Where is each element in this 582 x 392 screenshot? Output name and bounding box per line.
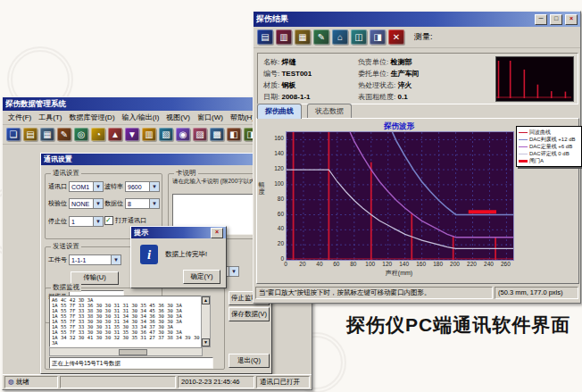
menu-item[interactable]: 帮助(H) (230, 113, 254, 122)
stopbits-combo[interactable]: 1▼ (69, 216, 104, 227)
legend-entry: DAC判废线 +12 dB (519, 136, 579, 143)
status-timestamp: 2010-2-23 21:45:46 (178, 376, 254, 388)
calibrate-icon[interactable]: ◧ (227, 128, 241, 141)
port-combo[interactable]: COM1▼ (69, 181, 104, 192)
comm-group-title: 通讯设置 (51, 169, 81, 178)
tab-strip: 探伤曲线 状态数据 (257, 104, 577, 118)
chevron-down-icon[interactable]: ▼ (93, 181, 104, 192)
chevron-down-icon[interactable]: ▼ (93, 198, 104, 209)
home-view-icon[interactable]: ⌂ (332, 29, 348, 45)
menu-item[interactable]: 窗口(W) (197, 113, 223, 122)
comm-settings-icon[interactable]: ◎ (74, 128, 88, 141)
databits-label: 数据位 (104, 199, 123, 208)
x-tick-label: 0 (279, 261, 293, 267)
workpiece-value: 1-1-1 (69, 254, 111, 265)
status-bar: ◍ 就绪 2010-2-23 21:45:46 通讯口已打开 (3, 374, 312, 389)
menu-item[interactable]: 工具(T) (38, 113, 62, 122)
clock-icon[interactable]: ◔ (91, 128, 105, 141)
x-tick-label: 260 (498, 261, 512, 267)
no-value: TEST001 (281, 70, 312, 78)
legend-entry: 回波曲线 (519, 129, 579, 136)
databits-combo[interactable]: 8▼ (125, 198, 160, 209)
new-record-icon[interactable]: ❏ (6, 128, 21, 141)
x-tick-label: 240 (481, 261, 495, 267)
scroll-up-icon[interactable]: ▲ (202, 296, 210, 304)
maximize-button[interactable]: □ (550, 14, 562, 25)
result-toolbar: ▤▥▦✎⌂◫◨✕测量: (254, 27, 580, 48)
tab-status-data[interactable]: 状态数据 (307, 104, 352, 119)
waveform-icon[interactable]: ▥ (276, 29, 292, 45)
delete-icon[interactable]: ✕ (388, 29, 404, 45)
menu-item[interactable]: 文件(F) (8, 113, 31, 122)
heat-label: 热处理状态: (358, 81, 395, 89)
chevron-down-icon[interactable]: ▼ (229, 266, 239, 277)
chart-legend: 回波曲线DAC判废线 +12 dBDAC定量线 +6 dBDAC评定线 0 dB… (516, 126, 582, 167)
scroll-thumb[interactable] (119, 349, 147, 355)
export-icon[interactable]: ◨ (370, 29, 386, 45)
vertical-scrollbar[interactable]: ▲ ▼ (201, 296, 211, 347)
x-tick-label: 140 (397, 261, 412, 267)
window-title: 探伤数据管理系统 (5, 99, 263, 110)
copy-icon[interactable]: ◫ (351, 29, 367, 45)
probe-setup-icon[interactable]: ✎ (57, 128, 71, 141)
chevron-down-icon[interactable]: ▼ (93, 216, 104, 227)
window-titlebar[interactable]: 探伤结果 ─ □ × (254, 12, 580, 27)
open-port-checkbox[interactable]: ✓ (104, 216, 113, 225)
x-tick-label: 100 (363, 261, 378, 267)
cursor-coordinates: (50.3 mm, 177.0 pxls) (495, 287, 578, 299)
comm-status-icon: ◍ (8, 378, 16, 386)
user-icon[interactable]: ◉ (176, 128, 190, 141)
save-result-icon[interactable]: ▦ (295, 29, 311, 45)
monitor-group-title: 数据监视 (51, 283, 81, 292)
open-result-icon[interactable]: ▤ (257, 29, 273, 45)
report-icon[interactable]: ▧ (159, 128, 173, 141)
open-port-label: 打开通讯口 (115, 216, 146, 225)
client-label: 委托单位: (358, 70, 388, 78)
save-data-button[interactable]: 保存数据(V) (229, 307, 270, 321)
open-file-icon[interactable]: ▤ (23, 128, 37, 141)
minimize-button[interactable]: ─ (535, 14, 547, 25)
legend-swatch (519, 160, 528, 163)
legend-swatch (519, 132, 528, 133)
messagebox-close-button[interactable]: × (211, 228, 223, 238)
flaw-curve-plot[interactable] (286, 131, 514, 261)
chevron-down-icon[interactable]: ▼ (111, 254, 121, 265)
legend-label: 闸门A (529, 157, 544, 164)
chart-icon[interactable]: ▩ (210, 128, 224, 141)
baud-combo[interactable]: 9600▼ (125, 181, 160, 192)
message-box: 提示 × i 数据上传完毕! 确定(Y) (130, 226, 227, 288)
download-icon[interactable]: ▼ (125, 128, 139, 141)
hex-data-list[interactable]: A6 4C 42 3D 3A1A 55 7F 33 36 30 30 31 31… (49, 296, 204, 347)
x-tick-label: 200 (448, 261, 462, 267)
parity-combo[interactable]: NONE▼ (69, 198, 104, 209)
menu-item[interactable]: 输入/输出(I) (122, 113, 160, 122)
horizontal-scrollbar[interactable] (49, 347, 203, 356)
database-icon[interactable]: ▥ (142, 128, 156, 141)
flaw-result-window: 探伤结果 ─ □ × ▤▥▦✎⌂◫◨✕测量: 名称: 焊缝 编号: TEST00… (253, 11, 581, 304)
workpiece-combo[interactable]: 1-1-1▼ (69, 254, 121, 265)
tab-flaw-curve[interactable]: 探伤曲线 (257, 104, 302, 119)
baud-value: 9600 (125, 181, 149, 192)
page-caption: 探伤仪PC端通讯软件界面 (346, 313, 570, 338)
chevron-down-icon[interactable]: ▼ (149, 198, 160, 209)
print-icon[interactable]: ▨ (193, 128, 207, 141)
unit-value: 检测部 (390, 58, 412, 66)
ok-button[interactable]: 确定(Y) (183, 270, 220, 284)
date-label: 日期: (263, 93, 279, 101)
scroll-down-icon[interactable]: ▼ (202, 338, 210, 346)
x-tick-label: 20 (295, 261, 310, 267)
workpiece-label: 工件号 (48, 255, 67, 264)
upload-icon[interactable]: ▲ (108, 128, 122, 141)
chevron-down-icon[interactable]: ▼ (149, 181, 160, 192)
messagebox-titlebar[interactable]: 提示 × (131, 227, 226, 238)
dialog-titlebar[interactable]: 通讯设置 × (41, 154, 271, 165)
exit-button[interactable]: 退出(Q) (229, 354, 270, 368)
close-button[interactable]: × (565, 14, 578, 25)
menu-item[interactable]: 数据库管理(D) (69, 113, 114, 122)
hint-text: 当“窗口放大”按钮按下时，按鼠标左键可移动窗口内图形。 (255, 287, 493, 299)
edit-icon[interactable]: ✎ (313, 29, 329, 45)
record-info-panel: 名称: 焊缝 编号: TEST001 材质: 钢板 日期: 2008-1-1 负… (257, 53, 578, 104)
roughness-value: 0.1 (397, 93, 407, 101)
save-icon[interactable]: ▦ (40, 128, 54, 141)
menu-item[interactable]: 视图(V) (166, 113, 190, 122)
